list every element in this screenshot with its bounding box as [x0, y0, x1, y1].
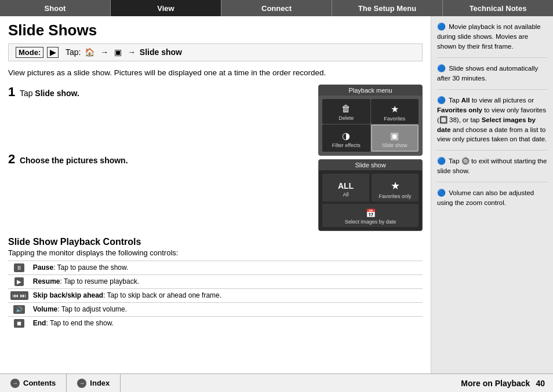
end-desc: End: Tap to end the show. [31, 316, 423, 330]
all-cell[interactable]: ALL All [322, 174, 369, 202]
controls-section: Slide Show Playback Controls Tapping the… [8, 237, 423, 330]
delete-cell[interactable]: 🗑 Delete [322, 99, 370, 124]
note-icon-1: 🔵 [437, 23, 446, 31]
page-indicator: More on Playback 40 [461, 379, 553, 388]
sidebar-note-1: 🔵 Movie playback is not available during… [437, 22, 547, 58]
pause-desc: Pause: Tap to pause the show. [31, 261, 423, 274]
note-icon-5: 🔵 [437, 189, 446, 197]
pause-icon-cell: ⏸ [8, 261, 31, 274]
favorites-cell[interactable]: ★ Favorites [371, 99, 419, 124]
tab-shoot[interactable]: Shoot [0, 0, 111, 16]
arrow-right-2: → [128, 47, 136, 57]
volume-icon: 🔊 [13, 305, 25, 314]
table-row: ▶ Resume: Tap to resume playback. [8, 274, 423, 288]
skip-icon-cell: ⏮ ⏭ [8, 288, 31, 302]
sidebar: 🔵 Movie playback is not available during… [431, 16, 553, 373]
skip-desc: Skip back/skip ahead: Tap to skip back o… [31, 288, 423, 302]
contents-button[interactable]: → Contents [0, 374, 67, 392]
note-icon-3: 🔵 [437, 96, 446, 104]
slideshow-icon: ▣ [390, 130, 399, 141]
pause-icon: ⏸ [14, 263, 24, 272]
step-1-number: 1 [8, 85, 15, 99]
step-2: 2 Choose the pictures shown. [8, 152, 312, 167]
table-row: 🔊 Volume: Tap to adjust volume. [8, 302, 423, 316]
filter-effects-icon: ◑ [342, 130, 350, 141]
tab-setup-menu[interactable]: The Setup Menu [332, 0, 443, 16]
sidebar-note-2: 🔵 Slide shows end automatically after 30… [437, 64, 547, 90]
sidebar-note-5: 🔵 Volume can also be adjusted using the … [437, 188, 547, 214]
steps-column: 1 Tap Slide show. 2 Choose the pictures … [8, 85, 312, 231]
tab-view[interactable]: View [111, 0, 221, 16]
controls-table: ⏸ Pause: Tap to pause the show. ▶ Resume… [8, 261, 423, 330]
select-by-date-label: Select images by date [345, 219, 396, 225]
volume-icon-cell: 🔊 [8, 302, 31, 316]
menu-icon: ▣ [114, 47, 122, 57]
playback-menu-grid: 🗑 Delete ★ Favorites ◑ Filter effects [319, 96, 422, 155]
slideshow-label: Slide show [382, 142, 408, 148]
calendar-icon: 📅 [366, 208, 376, 218]
select-by-date-cell[interactable]: 📅 Select images by date [322, 204, 419, 227]
page-title: Slide Shows [8, 22, 423, 39]
content-area: Slide Shows Mode: ▶ Tap: 🏠 → ▣ → Slide s… [0, 16, 431, 373]
mode-prefix: Mode: [16, 47, 43, 58]
page-number: 40 [536, 379, 545, 388]
playback-menu-screenshot: Playback menu 🗑 Delete ★ Favorites ◑ Fi [318, 85, 423, 156]
resume-icon: ▶ [14, 277, 24, 286]
contents-arrow-icon: → [10, 379, 20, 388]
sidebar-note-3: 🔵 Tap All to view all pictures or Favori… [437, 96, 547, 151]
mode-label: Mode: ▶ [14, 47, 59, 58]
index-label: Index [90, 379, 110, 387]
tap-label: Tap: 🏠 → ▣ → Slide show [66, 47, 182, 57]
controls-subtitle: Tapping the monitor displays the followi… [8, 248, 423, 257]
screenshots-column: Playback menu 🗑 Delete ★ Favorites ◑ Fi [318, 85, 423, 231]
bottom-bar: → Contents → Index More on Playback 40 [0, 373, 553, 392]
tap-destination: Slide show [140, 47, 182, 57]
index-button[interactable]: → Index [67, 374, 121, 392]
delete-label: Delete [339, 115, 354, 121]
mode-icon: ▶ [47, 47, 59, 58]
sidebar-note-4: 🔵 Tap 🔘 to exit without starting the sli… [437, 156, 547, 182]
resume-icon-cell: ▶ [8, 274, 31, 288]
filter-effects-label: Filter effects [332, 142, 361, 148]
tab-connect[interactable]: Connect [221, 0, 332, 16]
mode-bar: Mode: ▶ Tap: 🏠 → ▣ → Slide show [8, 43, 423, 61]
step-2-text: Choose the pictures shown. [20, 156, 128, 165]
favorites-icon: ★ [391, 104, 399, 115]
resume-desc: Resume: Tap to resume playback. [31, 274, 423, 288]
intro-text: View pictures as a slide show. Pictures … [8, 67, 423, 79]
page-note: More on Playback [461, 379, 530, 388]
screenshot-2-title: Slide show [319, 160, 422, 170]
volume-desc: Volume: Tap to adjust volume. [31, 302, 423, 316]
main-layout: Slide Shows Mode: ▶ Tap: 🏠 → ▣ → Slide s… [0, 16, 553, 373]
slideshow-options-screenshot: Slide show ALL All ★ Favorites only 📅 S [318, 159, 423, 231]
steps-screenshots: 1 Tap Slide show. 2 Choose the pictures … [8, 85, 423, 231]
controls-title: Slide Show Playback Controls [8, 237, 423, 247]
tab-technical-notes[interactable]: Technical Notes [443, 0, 553, 16]
end-icon: ⏹ [14, 319, 24, 328]
all-icon: ALL [338, 181, 354, 190]
home-icon: 🏠 [85, 47, 94, 57]
end-icon-cell: ⏹ [8, 316, 31, 330]
favorites-only-icon: ★ [391, 179, 400, 192]
step-1: 1 Tap Slide show. [8, 85, 312, 100]
favorites-only-label: Favorites only [379, 193, 411, 199]
note-icon-2: 🔵 [437, 64, 446, 72]
favorites-only-cell[interactable]: ★ Favorites only [372, 174, 419, 202]
top-navigation: Shoot View Connect The Setup Menu Techni… [0, 0, 553, 16]
delete-icon: 🗑 [341, 104, 351, 114]
screenshot-1-title: Playback menu [319, 85, 422, 96]
skip-icon: ⏮ ⏭ [10, 291, 28, 300]
table-row: ⏹ End: Tap to end the show. [8, 316, 423, 330]
step-1-text: Tap Slide show. [20, 89, 79, 98]
tap-prefix: Tap: [66, 47, 81, 57]
note-icon-4: 🔵 [437, 157, 446, 165]
table-row: ⏸ Pause: Tap to pause the show. [8, 261, 423, 274]
step-2-number: 2 [8, 152, 15, 166]
all-label: All [343, 192, 348, 197]
contents-label: Contents [23, 379, 56, 387]
index-arrow-icon: → [77, 379, 86, 388]
table-row: ⏮ ⏭ Skip back/skip ahead: Tap to skip ba… [8, 288, 423, 302]
slideshow-options-grid: ALL All ★ Favorites only 📅 Select images… [319, 170, 422, 230]
slideshow-cell[interactable]: ▣ Slide show [371, 124, 419, 152]
filter-effects-cell[interactable]: ◑ Filter effects [322, 124, 370, 152]
